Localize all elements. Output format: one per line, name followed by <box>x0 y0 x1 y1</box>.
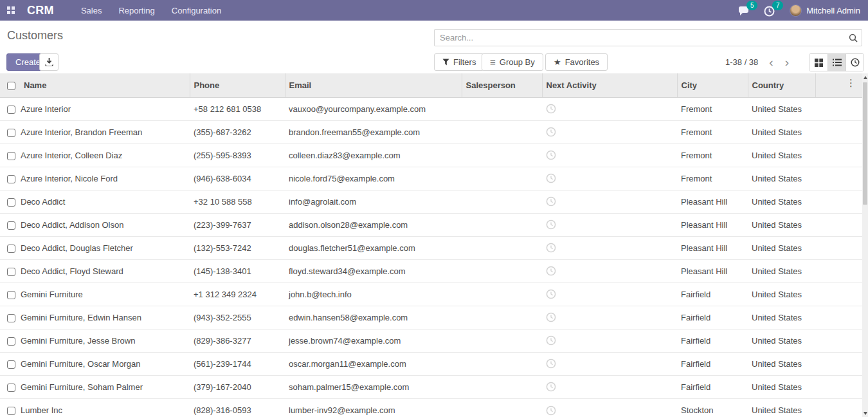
table-row[interactable]: Azure Interior, Nicole Ford (946)-638-60… <box>0 167 862 190</box>
column-header-salesperson[interactable]: Salesperson <box>462 73 542 97</box>
cell-next-activity <box>542 329 677 352</box>
next-activity-clock-icon[interactable] <box>546 219 556 230</box>
column-header-city[interactable]: City <box>677 73 748 97</box>
next-activity-clock-icon[interactable] <box>546 173 556 183</box>
kanban-view-button[interactable] <box>809 54 827 71</box>
row-checkbox[interactable] <box>7 245 15 253</box>
row-checkbox[interactable] <box>7 152 15 160</box>
list-view-button[interactable] <box>827 54 845 71</box>
row-checkbox[interactable] <box>7 129 15 137</box>
cell-next-activity <box>542 283 677 306</box>
next-activity-clock-icon[interactable] <box>546 358 556 369</box>
pager-previous-button[interactable]: ‹ <box>763 54 779 70</box>
table-row[interactable]: Gemini Furniture, Oscar Morgan (561)-239… <box>0 352 862 375</box>
table-row[interactable]: Deco Addict, Floyd Steward (145)-138-340… <box>0 259 862 283</box>
table-row[interactable]: Azure Interior, Colleen Diaz (255)-595-8… <box>0 144 862 167</box>
column-header-email[interactable]: Email <box>285 73 462 97</box>
column-header-phone[interactable]: Phone <box>190 73 285 97</box>
scroll-up-arrow[interactable] <box>862 73 868 81</box>
select-all-checkbox[interactable] <box>7 82 15 90</box>
app-brand[interactable]: CRM <box>27 4 54 17</box>
vertical-scrollbar[interactable] <box>862 73 868 417</box>
column-options-button[interactable]: ⋮ <box>846 77 856 89</box>
row-checkbox[interactable] <box>7 198 15 207</box>
cell-next-activity <box>542 375 677 398</box>
search-input[interactable] <box>435 33 845 42</box>
next-activity-clock-icon[interactable] <box>546 382 556 392</box>
cell-salesperson <box>462 120 542 144</box>
messages-button[interactable]: 5 <box>738 3 752 17</box>
row-checkbox[interactable] <box>7 360 15 369</box>
cell-next-activity <box>542 97 677 120</box>
cell-filler <box>815 213 862 236</box>
row-checkbox[interactable] <box>7 268 15 276</box>
table-row[interactable]: Gemini Furniture, Jesse Brown (829)-386-… <box>0 329 862 352</box>
activities-button[interactable]: 7 <box>764 3 778 17</box>
cell-country: United States <box>748 306 815 329</box>
cell-phone: (943)-352-2555 <box>190 306 285 329</box>
pager-next-button[interactable]: › <box>779 54 795 70</box>
table-row[interactable]: Azure Interior +58 212 681 0538 vauxoo@y… <box>0 97 862 120</box>
column-header-country[interactable]: Country <box>748 73 815 97</box>
cell-salesperson <box>462 259 542 283</box>
favorites-button[interactable]: ★ Favorites <box>545 53 608 71</box>
next-activity-clock-icon[interactable] <box>546 405 556 416</box>
menu-reporting[interactable]: Reporting <box>118 6 154 15</box>
table-row[interactable]: Gemini Furniture, Edwin Hansen (943)-352… <box>0 306 862 329</box>
avatar <box>790 5 802 17</box>
table-row[interactable]: Deco Addict +32 10 588 558 info@agrolait… <box>0 190 862 213</box>
row-checkbox[interactable] <box>7 407 15 415</box>
next-activity-clock-icon[interactable] <box>546 196 556 207</box>
cell-salesperson <box>462 97 542 120</box>
menu-sales[interactable]: Sales <box>81 6 102 15</box>
user-menu[interactable]: Mitchell Admin <box>790 5 860 17</box>
next-activity-clock-icon[interactable] <box>546 127 556 137</box>
table-row[interactable]: Lumber Inc (828)-316-0593 lumber-inv92@e… <box>0 398 862 417</box>
scrollbar-thumb[interactable] <box>863 82 867 205</box>
cell-city: Pleasant Hill <box>677 190 748 213</box>
row-checkbox[interactable] <box>7 337 15 346</box>
cell-email: colleen.diaz83@example.com <box>285 144 462 167</box>
next-activity-clock-icon[interactable] <box>546 150 556 160</box>
table-row[interactable]: Gemini Furniture +1 312 349 2324 john.b@… <box>0 283 862 306</box>
next-activity-clock-icon[interactable] <box>546 289 556 299</box>
filters-button[interactable]: Filters <box>434 53 484 71</box>
table-row[interactable]: Gemini Furniture, Soham Palmer (379)-167… <box>0 375 862 398</box>
group-by-button[interactable]: ≡ Group By <box>482 53 543 71</box>
row-checkbox[interactable] <box>7 314 15 322</box>
cell-email: john.b@tech.info <box>285 283 462 306</box>
scroll-down-arrow[interactable] <box>862 409 868 417</box>
row-checkbox[interactable] <box>7 221 15 230</box>
row-checkbox[interactable] <box>7 175 15 183</box>
cell-salesperson <box>462 213 542 236</box>
activity-view-button[interactable] <box>845 54 863 71</box>
activity-clock-icon <box>851 58 860 67</box>
column-header-next-activity[interactable]: Next Activity <box>542 73 677 97</box>
cell-filler <box>815 329 862 352</box>
cell-city: Fremont <box>677 144 748 167</box>
row-select-cell <box>0 259 20 283</box>
next-activity-clock-icon[interactable] <box>546 335 556 346</box>
table-row[interactable]: Azure Interior, Brandon Freeman (355)-68… <box>0 120 862 144</box>
table-row[interactable]: Deco Addict, Douglas Fletcher (132)-553-… <box>0 236 862 259</box>
cell-salesperson <box>462 398 542 417</box>
next-activity-clock-icon[interactable] <box>546 312 556 322</box>
menu-configuration[interactable]: Configuration <box>172 6 221 15</box>
cell-salesperson <box>462 236 542 259</box>
cell-filler <box>815 97 862 120</box>
next-activity-clock-icon[interactable] <box>546 266 556 276</box>
cell-email: info@agrolait.com <box>285 190 462 213</box>
export-button[interactable] <box>39 53 59 71</box>
cell-phone: (145)-138-3401 <box>190 259 285 283</box>
row-checkbox[interactable] <box>7 106 15 114</box>
column-header-name[interactable]: Name <box>20 73 190 97</box>
row-checkbox[interactable] <box>7 291 15 299</box>
next-activity-clock-icon[interactable] <box>546 104 556 114</box>
apps-menu-button[interactable] <box>0 0 22 21</box>
row-checkbox[interactable] <box>7 384 15 392</box>
table-row[interactable]: Deco Addict, Addison Olson (223)-399-763… <box>0 213 862 236</box>
search-icon[interactable] <box>845 33 862 42</box>
row-select-cell <box>0 236 20 259</box>
cell-email: jesse.brown74@example.com <box>285 329 462 352</box>
next-activity-clock-icon[interactable] <box>546 243 556 253</box>
